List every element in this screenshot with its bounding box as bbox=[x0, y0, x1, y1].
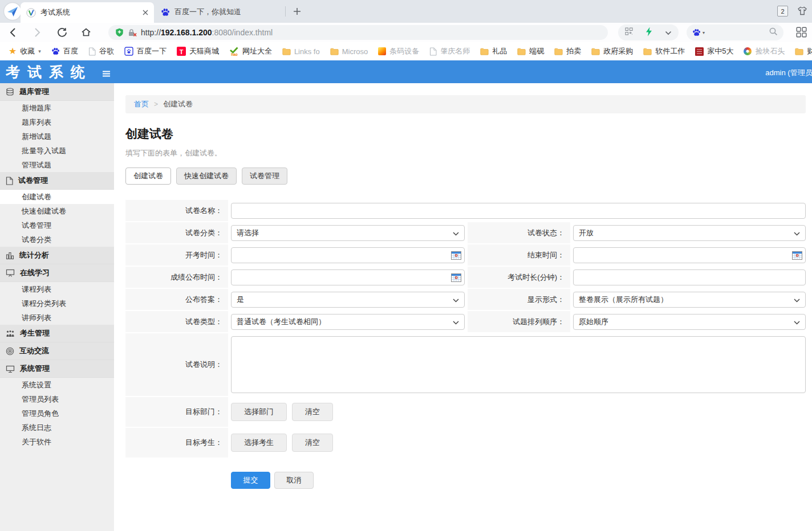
target-icon bbox=[6, 347, 14, 356]
cancel-button[interactable]: 取消 bbox=[274, 472, 314, 489]
sidebar-item-teacher-list[interactable]: 讲师列表 bbox=[0, 311, 114, 325]
sidebar-item-import-questions[interactable]: 批量导入试题 bbox=[0, 144, 114, 158]
answer-select[interactable]: 是 bbox=[231, 292, 465, 308]
tmall-icon: T bbox=[177, 47, 186, 56]
search-icon[interactable] bbox=[769, 27, 778, 38]
sidebar-item-quick-create-paper[interactable]: 快速创建试卷 bbox=[0, 204, 114, 218]
sidebar-section-system-management[interactable]: 系统管理 bbox=[0, 360, 114, 378]
type-select[interactable]: 普通试卷（考生试卷相同） bbox=[231, 314, 465, 330]
status-select[interactable]: 开放 bbox=[573, 225, 806, 241]
submit-button[interactable]: 提交 bbox=[231, 472, 270, 489]
duration-input[interactable] bbox=[573, 269, 806, 285]
bookmark-auction-folder[interactable]: 拍卖 bbox=[549, 46, 586, 56]
bookmark-gov-procurement-folder[interactable]: 政府采购 bbox=[586, 46, 638, 56]
sidebar-item-admin-roles[interactable]: 管理员角色 bbox=[0, 406, 114, 420]
bookmark-baidu[interactable]: 百度 bbox=[46, 46, 83, 56]
status-select-value: 开放 bbox=[579, 228, 594, 238]
bookmark-favorites[interactable]: ★收藏▾ bbox=[3, 46, 46, 56]
category-select[interactable]: 请选择 bbox=[231, 225, 465, 241]
publish-time-input[interactable] bbox=[231, 269, 465, 285]
sidebar-item-course-category-list[interactable]: 课程分类列表 bbox=[0, 296, 114, 311]
paper-description-textarea[interactable] bbox=[231, 336, 806, 393]
bookmark-microsoft-folder[interactable]: Microso bbox=[325, 47, 373, 56]
caret-down-icon: ▾ bbox=[38, 48, 41, 54]
duration-label: 考试时长(分钟)： bbox=[468, 267, 570, 288]
tab-baidu[interactable]: 百度一下，你就知道 bbox=[156, 5, 283, 19]
order-select[interactable]: 原始顺序 bbox=[573, 314, 806, 330]
forward-button[interactable] bbox=[34, 27, 40, 40]
new-tab-button[interactable] bbox=[293, 7, 301, 18]
bookmark-google[interactable]: 谷歌 bbox=[83, 46, 119, 56]
menu-toggle-icon[interactable] bbox=[102, 69, 111, 79]
tab-exam-system[interactable]: 考试系统 bbox=[21, 2, 154, 23]
breadcrumb-home-link[interactable]: 首页 bbox=[134, 99, 149, 109]
sidebar-item-course-list[interactable]: 课程列表 bbox=[0, 282, 114, 296]
sidebar-item-create-paper[interactable]: 创建试卷 bbox=[0, 190, 114, 204]
bookmark-jiazhong[interactable]: 家中5大 bbox=[690, 46, 738, 56]
reload-button[interactable] bbox=[57, 27, 67, 40]
sidebar-item-add-question[interactable]: 新增试题 bbox=[0, 129, 114, 144]
bookmark-gifts-folder[interactable]: 礼品 bbox=[475, 46, 512, 56]
close-icon[interactable] bbox=[143, 10, 148, 15]
sidebar-section-interaction[interactable]: 互动交流 bbox=[0, 342, 114, 360]
order-select-value: 原始顺序 bbox=[579, 317, 608, 327]
sidebar-section-online-learning[interactable]: 在线学习 bbox=[0, 264, 114, 282]
select-department-button[interactable]: 选择部门 bbox=[231, 403, 287, 421]
bookmark-hao123[interactable]: hao网址大全 bbox=[224, 46, 277, 56]
order-label: 试题排列顺序： bbox=[468, 311, 570, 332]
bookmark-barcode[interactable]: 条码设备 bbox=[373, 46, 424, 56]
search-box[interactable]: ▾ bbox=[687, 24, 783, 40]
sidebar-item-paper-manage[interactable]: 试卷管理 bbox=[0, 218, 114, 232]
sidebar-item-system-logs[interactable]: 系统日志 bbox=[0, 420, 114, 435]
bookmark-software-folder[interactable]: 软件工作 bbox=[638, 46, 690, 56]
bookmark-links-folder[interactable]: Links fo bbox=[277, 47, 325, 56]
app-header: 考 试 系 统 admin (管理员) bbox=[0, 60, 812, 83]
chevron-down-icon[interactable] bbox=[665, 27, 672, 38]
page-icon bbox=[429, 47, 437, 56]
calendar-icon[interactable] bbox=[451, 273, 461, 284]
back-button[interactable] bbox=[10, 27, 16, 40]
sidebar-item-system-settings[interactable]: 系统设置 bbox=[0, 378, 114, 392]
bookmark-zhaoqing[interactable]: 肇庆名师 bbox=[424, 46, 475, 56]
clear-department-button[interactable]: 清空 bbox=[292, 403, 333, 421]
address-input[interactable]: http://192.168.1.200:8080/index.thtml bbox=[108, 25, 608, 40]
tab-quick-create-paper[interactable]: 快速创建试卷 bbox=[176, 168, 237, 185]
sidebar-section-statistics[interactable]: 统计分析 bbox=[0, 247, 114, 264]
browser-logo-button[interactable] bbox=[3, 2, 22, 21]
sidebar-section-paper-management[interactable]: 试卷管理 bbox=[0, 172, 114, 190]
tab-count-badge[interactable]: 2 bbox=[777, 6, 788, 17]
sidebar-item-bank-list[interactable]: 题库列表 bbox=[0, 115, 114, 129]
bookmark-finance-folder[interactable]: 财经 bbox=[790, 46, 812, 56]
sidebar-item-admin-list[interactable]: 管理员列表 bbox=[0, 392, 114, 406]
select-students-button[interactable]: 选择考生 bbox=[231, 434, 287, 452]
qr-code-icon[interactable] bbox=[625, 27, 633, 38]
caret-down-icon[interactable]: ▾ bbox=[703, 30, 705, 35]
bookmark-duanyan-folder[interactable]: 端砚 bbox=[512, 46, 549, 56]
home-button[interactable] bbox=[81, 27, 91, 39]
calendar-icon[interactable] bbox=[451, 251, 461, 262]
tab-paper-manage[interactable]: 试卷管理 bbox=[242, 168, 287, 185]
sidebar-section-examinee-management[interactable]: 考生管理 bbox=[0, 325, 114, 342]
colorful-circle-icon bbox=[744, 47, 752, 55]
lightning-icon[interactable] bbox=[645, 27, 652, 39]
sidebar-item-manage-questions[interactable]: 管理试题 bbox=[0, 158, 114, 172]
theme-shirt-icon[interactable] bbox=[797, 6, 807, 18]
start-time-input[interactable] bbox=[231, 247, 465, 263]
sidebar-item-add-bank[interactable]: 新增题库 bbox=[0, 101, 114, 115]
bookmark-tmall[interactable]: T天猫商城 bbox=[172, 46, 224, 56]
sidebar-section-question-bank[interactable]: 题库管理 bbox=[0, 83, 114, 101]
display-select[interactable]: 整卷展示（展示所有试题） bbox=[573, 292, 806, 308]
bookmark-baidu-yixia[interactable]: 百度一下 bbox=[119, 46, 172, 56]
tab-create-paper[interactable]: 创建试卷 bbox=[125, 168, 171, 185]
sidebar-item-paper-category[interactable]: 试卷分类 bbox=[0, 232, 114, 247]
calendar-icon[interactable] bbox=[792, 251, 802, 262]
end-time-input[interactable] bbox=[573, 247, 806, 263]
bookmark-stone[interactable]: 捡块石头 bbox=[738, 46, 790, 56]
apps-grid-icon[interactable] bbox=[796, 27, 807, 40]
sidebar-item-about[interactable]: 关于软件 bbox=[0, 435, 114, 449]
barcode-site-icon bbox=[378, 47, 386, 55]
user-menu[interactable]: admin (管理员) bbox=[765, 68, 812, 78]
clear-students-button[interactable]: 清空 bbox=[292, 434, 333, 452]
paper-name-input[interactable] bbox=[231, 203, 806, 219]
app-title: 考 试 系 统 bbox=[6, 63, 87, 81]
